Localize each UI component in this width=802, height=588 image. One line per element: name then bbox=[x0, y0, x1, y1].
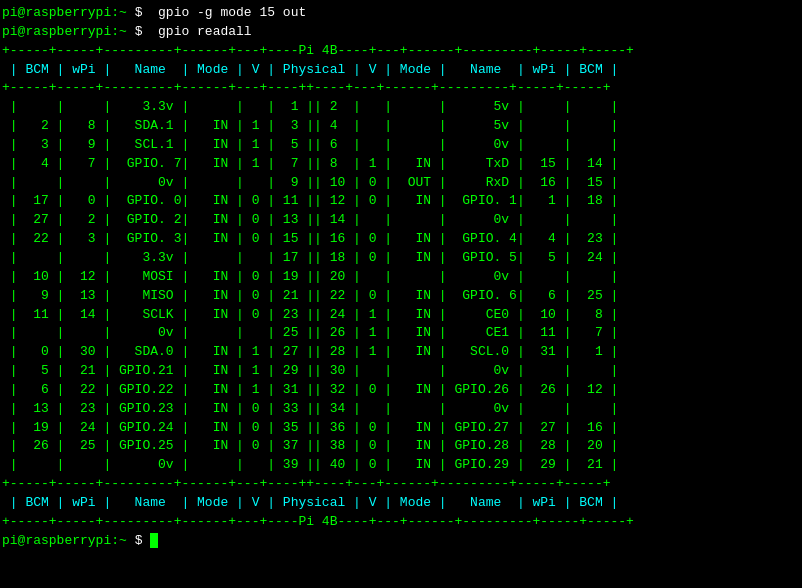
terminal-line-1: pi@raspberrypi:~ $ gpio readall bbox=[2, 23, 800, 42]
terminal-line-2: +-----+-----+---------+------+---+----Pi… bbox=[2, 42, 800, 61]
terminal-line-8: | 4 | 7 | GPIO. 7| IN | 1 | 7 || 8 | 1 |… bbox=[2, 155, 800, 174]
terminal-line-20: | 6 | 22 | GPIO.22 | IN | 1 | 31 || 32 |… bbox=[2, 381, 800, 400]
terminal-line-25: +-----+-----+---------+------+---+----++… bbox=[2, 475, 800, 494]
terminal-line-6: | 2 | 8 | SDA.1 | IN | 1 | 3 || 4 | | | … bbox=[2, 117, 800, 136]
terminal-line-3: | BCM | wPi | Name | Mode | V | Physical… bbox=[2, 61, 800, 80]
terminal-line-5: | | | 3.3v | | | 1 || 2 | | | 5v | | | bbox=[2, 98, 800, 117]
prompt-cmd: gpio -g mode 15 out bbox=[150, 5, 306, 20]
terminal-line-11: | 27 | 2 | GPIO. 2| IN | 0 | 13 || 14 | … bbox=[2, 211, 800, 230]
terminal-line-14: | 10 | 12 | MOSI | IN | 0 | 19 || 20 | |… bbox=[2, 268, 800, 287]
terminal-line-4: +-----+-----+---------+------+---+----++… bbox=[2, 79, 800, 98]
prompt-user: pi@raspberrypi:~ bbox=[2, 24, 127, 39]
terminal-line-10: | 17 | 0 | GPIO. 0| IN | 0 | 11 || 12 | … bbox=[2, 192, 800, 211]
terminal-line-18: | 0 | 30 | SDA.0 | IN | 1 | 27 || 28 | 1… bbox=[2, 343, 800, 362]
terminal-line-19: | 5 | 21 | GPIO.21 | IN | 1 | 29 || 30 |… bbox=[2, 362, 800, 381]
terminal: pi@raspberrypi:~ $ gpio -g mode 15 outpi… bbox=[0, 0, 802, 588]
terminal-line-27: +-----+-----+---------+------+---+----Pi… bbox=[2, 513, 800, 532]
terminal-line-15: | 9 | 13 | MISO | IN | 0 | 21 || 22 | 0 … bbox=[2, 287, 800, 306]
terminal-line-21: | 13 | 23 | GPIO.23 | IN | 0 | 33 || 34 … bbox=[2, 400, 800, 419]
terminal-line-17: | | | 0v | | | 25 || 26 | 1 | IN | CE1 |… bbox=[2, 324, 800, 343]
prompt-dollar: $ bbox=[127, 24, 150, 39]
terminal-line-13: | | | 3.3v | | | 17 || 18 | 0 | IN | GPI… bbox=[2, 249, 800, 268]
prompt-cmd: gpio readall bbox=[150, 24, 251, 39]
terminal-line-9: | | | 0v | | | 9 || 10 | 0 | OUT | RxD |… bbox=[2, 174, 800, 193]
terminal-line-22: | 19 | 24 | GPIO.24 | IN | 0 | 35 || 36 … bbox=[2, 419, 800, 438]
terminal-line-0: pi@raspberrypi:~ $ gpio -g mode 15 out bbox=[2, 4, 800, 23]
terminal-line-26: | BCM | wPi | Name | Mode | V | Physical… bbox=[2, 494, 800, 513]
terminal-line-23: | 26 | 25 | GPIO.25 | IN | 0 | 37 || 38 … bbox=[2, 437, 800, 456]
cursor-line: pi@raspberrypi:~ $ bbox=[2, 532, 800, 551]
terminal-line-12: | 22 | 3 | GPIO. 3| IN | 0 | 15 || 16 | … bbox=[2, 230, 800, 249]
terminal-line-24: | | | 0v | | | 39 || 40 | 0 | IN | GPIO.… bbox=[2, 456, 800, 475]
prompt-dollar: $ bbox=[127, 5, 150, 20]
terminal-line-7: | 3 | 9 | SCL.1 | IN | 1 | 5 || 6 | | | … bbox=[2, 136, 800, 155]
terminal-line-16: | 11 | 14 | SCLK | IN | 0 | 23 || 24 | 1… bbox=[2, 306, 800, 325]
prompt-user: pi@raspberrypi:~ bbox=[2, 5, 127, 20]
